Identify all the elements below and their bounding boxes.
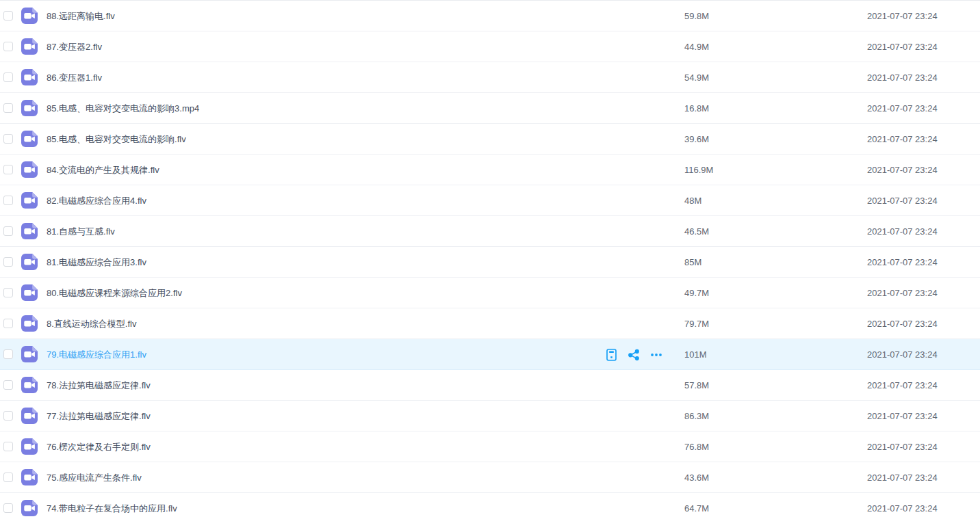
video-file-icon — [21, 469, 38, 485]
file-size: 86.3M — [684, 401, 709, 431]
file-row[interactable]: 84.交流电的产生及其规律.flv — [0, 155, 980, 185]
row-checkbox[interactable] — [3, 349, 13, 359]
file-row[interactable]: 77.法拉第电磁感应定律.flv — [0, 401, 980, 431]
file-row[interactable]: 81.自感与互感.flv — [0, 216, 980, 247]
file-modified-date: 2021-07-07 23:24 — [867, 124, 938, 155]
file-row[interactable]: 87.变压器2.flv — [0, 31, 980, 62]
file-modified-date: 2021-07-07 23:24 — [867, 247, 938, 278]
file-modified-date: 2021-07-07 23:24 — [867, 185, 938, 216]
video-file-icon — [21, 100, 38, 116]
more-actions-icon[interactable] — [650, 349, 662, 361]
file-name-link[interactable]: 81.电磁感应综合应用3.flv — [47, 247, 146, 278]
file-name-link[interactable]: 77.法拉第电磁感应定律.flv — [47, 401, 151, 431]
file-row[interactable]: 85.电感、电容对交变电流的影响.flv — [0, 124, 980, 155]
file-modified-date: 2021-07-07 23:24 — [867, 462, 938, 493]
send-to-phone-icon[interactable] — [605, 349, 617, 361]
file-row[interactable]: 74.带电粒子在复合场中的应用.flv — [0, 493, 980, 519]
file-row[interactable]: 88.远距离输电.flv — [0, 1, 980, 31]
video-file-icon — [21, 8, 38, 24]
file-modified-date: 2021-07-07 23:24 — [867, 370, 938, 401]
file-name-link[interactable]: 85.电感、电容对交变电流的影响3.mp4 — [47, 93, 199, 124]
row-checkbox[interactable] — [3, 226, 13, 236]
row-checkbox[interactable] — [3, 473, 13, 482]
file-modified-date: 2021-07-07 23:24 — [867, 339, 938, 370]
file-size: 54.9M — [684, 62, 709, 93]
video-file-icon — [21, 500, 38, 516]
row-checkbox[interactable] — [3, 288, 13, 297]
video-file-icon — [21, 346, 38, 362]
row-checkbox[interactable] — [3, 380, 13, 390]
file-size: 44.9M — [684, 31, 709, 62]
video-file-icon — [21, 69, 38, 85]
video-file-icon — [21, 408, 38, 424]
file-row[interactable]: 80.电磁感应课程来源综合应用2.flv — [0, 278, 980, 308]
file-name-link[interactable]: 86.变压器1.flv — [47, 62, 102, 93]
row-checkbox[interactable] — [3, 319, 13, 328]
row-checkbox[interactable] — [3, 11, 13, 21]
file-name-link[interactable]: 84.交流电的产生及其规律.flv — [47, 155, 159, 185]
file-size: 46.5M — [684, 216, 709, 247]
file-name-link[interactable]: 81.自感与互感.flv — [47, 216, 115, 247]
row-checkbox[interactable] — [3, 442, 13, 451]
row-checkbox[interactable] — [3, 134, 13, 144]
file-name-link[interactable]: 8.直线运动综合模型.flv — [47, 308, 136, 339]
file-modified-date: 2021-07-07 23:24 — [867, 31, 938, 62]
video-file-icon — [21, 223, 38, 239]
share-icon[interactable] — [628, 349, 640, 361]
video-file-icon — [21, 284, 38, 301]
file-row[interactable]: 81.电磁感应综合应用3.flv — [0, 247, 980, 278]
file-size: 101M — [684, 339, 707, 370]
row-checkbox[interactable] — [3, 42, 13, 51]
file-name-link[interactable]: 82.电磁感应综合应用4.flv — [47, 185, 146, 216]
row-checkbox[interactable] — [3, 103, 13, 113]
row-checkbox[interactable] — [3, 503, 13, 513]
row-checkbox[interactable] — [3, 411, 13, 421]
file-list: 88.远距离输电.flv — [0, 0, 980, 519]
file-row[interactable]: 75.感应电流产生条件.flv — [0, 462, 980, 493]
row-actions — [605, 339, 662, 370]
file-name-link[interactable]: 87.变压器2.flv — [47, 31, 102, 62]
file-modified-date: 2021-07-07 23:24 — [867, 216, 938, 247]
video-file-icon — [21, 161, 38, 178]
file-modified-date: 2021-07-07 23:24 — [867, 431, 938, 462]
file-row[interactable]: 79.电磁感应综合应用1.flv — [0, 339, 980, 370]
file-size: 39.6M — [684, 124, 709, 155]
row-checkbox[interactable] — [3, 257, 13, 267]
file-size: 43.6M — [684, 462, 709, 493]
file-size: 85M — [684, 247, 701, 278]
file-size: 16.8M — [684, 93, 709, 124]
file-name-link[interactable]: 75.感应电流产生条件.flv — [47, 462, 142, 493]
video-file-icon — [21, 254, 38, 270]
file-name-link[interactable]: 80.电磁感应课程来源综合应用2.flv — [47, 278, 182, 308]
file-size: 59.8M — [684, 1, 709, 31]
file-modified-date: 2021-07-07 23:24 — [867, 62, 938, 93]
file-modified-date: 2021-07-07 23:24 — [867, 1, 938, 31]
file-size: 57.8M — [684, 370, 709, 401]
file-modified-date: 2021-07-07 23:24 — [867, 93, 938, 124]
file-name-link[interactable]: 78.法拉第电磁感应定律.flv — [47, 370, 151, 401]
file-name-link[interactable]: 76.楞次定律及右手定则.flv — [47, 431, 151, 462]
file-modified-date: 2021-07-07 23:24 — [867, 278, 938, 308]
file-size: 76.8M — [684, 431, 709, 462]
row-checkbox[interactable] — [3, 196, 13, 205]
video-file-icon — [21, 131, 38, 147]
file-row[interactable]: 86.变压器1.flv — [0, 62, 980, 93]
file-row[interactable]: 82.电磁感应综合应用4.flv — [0, 185, 980, 216]
file-row[interactable]: 85.电感、电容对交变电流的影响3.mp4 — [0, 93, 980, 124]
file-name-link[interactable]: 79.电磁感应综合应用1.flv — [47, 339, 146, 370]
file-modified-date: 2021-07-07 23:24 — [867, 155, 938, 185]
file-row[interactable]: 78.法拉第电磁感应定律.flv — [0, 370, 980, 401]
file-modified-date: 2021-07-07 23:24 — [867, 308, 938, 339]
file-name-link[interactable]: 74.带电粒子在复合场中的应用.flv — [47, 493, 177, 519]
row-checkbox[interactable] — [3, 165, 13, 174]
row-checkbox[interactable] — [3, 72, 13, 82]
video-file-icon — [21, 377, 38, 393]
file-size: 49.7M — [684, 278, 709, 308]
file-modified-date: 2021-07-07 23:24 — [867, 401, 938, 431]
file-row[interactable]: 76.楞次定律及右手定则.flv — [0, 431, 980, 462]
video-file-icon — [21, 192, 38, 209]
file-name-link[interactable]: 88.远距离输电.flv — [47, 1, 115, 31]
video-file-icon — [21, 315, 38, 332]
file-row[interactable]: 8.直线运动综合模型.flv — [0, 308, 980, 339]
file-name-link[interactable]: 85.电感、电容对交变电流的影响.flv — [47, 124, 186, 155]
